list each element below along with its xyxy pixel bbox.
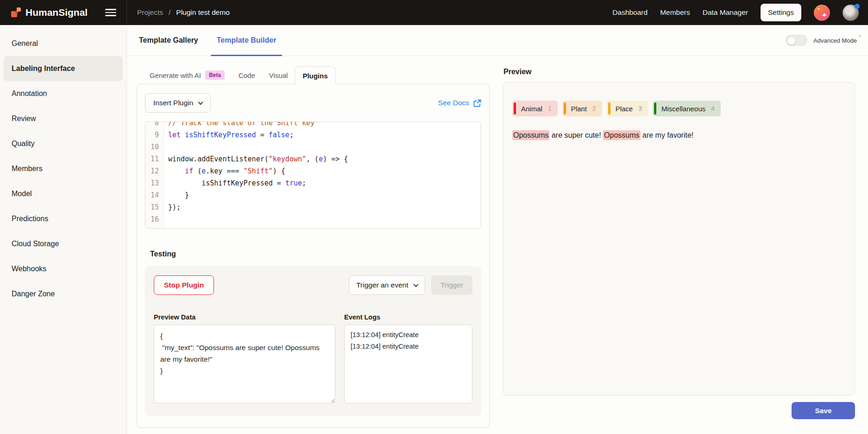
nav-link-data-manager[interactable]: Data Manager <box>703 8 748 17</box>
line-number: 15 <box>145 201 164 213</box>
code-line-text: let isShiftKeyPressed = false; <box>164 129 294 141</box>
navbar-right: Dashboard Members Data Manager Settings … <box>612 0 868 25</box>
preview-data-textarea[interactable]: { "my_text": "Opossums are super cute! O… <box>154 325 335 403</box>
advanced-mode-beta-dot <box>859 35 861 37</box>
sidebar-item-annotation[interactable]: Annotation <box>4 81 123 106</box>
humansignal-logo-icon <box>11 7 21 18</box>
code-line: 14 } <box>145 189 481 201</box>
plugins-panel: Insert Plugin See Docs <box>137 84 490 428</box>
stop-plugin-button[interactable]: Stop Plugin <box>154 275 214 295</box>
sidebar-item-quality[interactable]: Quality <box>4 131 123 156</box>
code-line: 15}); <box>145 201 481 213</box>
preview-data-label: Preview Data <box>154 313 335 321</box>
chevron-down-icon <box>198 100 203 105</box>
code-line-text: } <box>164 189 189 201</box>
event-log-entry: [13:12:04] entityCreate <box>351 341 466 352</box>
advanced-mode-toggle[interactable] <box>786 35 807 46</box>
code-line-text: window.addEventListener("keydown", (e) =… <box>164 153 348 165</box>
sidebar-item-labeling-interface[interactable]: Labeling Interface <box>4 56 123 81</box>
sidebar-item-webhooks[interactable]: Webhooks <box>4 256 123 281</box>
line-number: 11 <box>145 153 164 165</box>
event-logs-box[interactable]: [13:12:04] entityCreate[13:12:04] entity… <box>344 325 472 403</box>
breadcrumb: Projects / Plugin test demo <box>127 0 230 25</box>
trigger-event-dropdown[interactable]: Trigger an event <box>349 275 425 295</box>
subtab-code[interactable]: Code <box>232 66 262 84</box>
tab-template-builder[interactable]: Template Builder <box>217 25 277 56</box>
label-chip-hotkey: 4 <box>711 105 715 112</box>
code-line-text: if (e.key === "Shift") { <box>164 165 285 177</box>
subtab-visual[interactable]: Visual <box>262 66 295 84</box>
save-button[interactable]: Save <box>792 402 855 419</box>
code-line-text: isShiftKeyPressed = true; <box>164 177 306 189</box>
plugin-editor-column: Generate with AI Beta Code Visual Plugin… <box>137 66 490 434</box>
sidebar-item-model[interactable]: Model <box>4 181 123 206</box>
sidebar-item-general[interactable]: General <box>4 31 123 56</box>
testing-io-grid: Preview Data { "my_text": "Opossums are … <box>154 313 472 405</box>
advanced-mode-wrap: Advanced Mode <box>786 25 857 56</box>
nav-link-dashboard[interactable]: Dashboard <box>612 8 648 17</box>
label-chip-text: Animal <box>521 105 542 113</box>
plugins-toolbar: Insert Plugin See Docs <box>145 93 481 113</box>
label-chip-hotkey: 2 <box>592 105 596 112</box>
main-content: Template Gallery Template Builder Advanc… <box>127 25 868 434</box>
label-color-bar <box>514 102 516 115</box>
label-chip-animal[interactable]: Animal1 <box>512 101 558 116</box>
annotated-text[interactable]: Opossums are super cute! Opossums are my… <box>512 129 845 141</box>
settings-button[interactable]: Settings <box>761 4 801 21</box>
sidebar-item-cloud-storage[interactable]: Cloud Storage <box>4 231 123 256</box>
code-editor-lines: 8// Track the state of the Shift key9let… <box>145 121 481 229</box>
preview-column: Preview Animal1Plant2Place3Miscellaneous… <box>503 66 855 434</box>
code-line: 11window.addEventListener("keydown", (e)… <box>145 153 481 165</box>
line-number: 12 <box>145 165 164 177</box>
code-line-text <box>164 213 172 225</box>
subtab-generate-with-ai[interactable]: Generate with AI Beta <box>143 66 232 84</box>
preview-data-block: Preview Data { "my_text": "Opossums are … <box>154 313 335 405</box>
hamburger-menu-icon[interactable] <box>105 9 116 16</box>
label-chip-hotkey: 1 <box>548 105 552 112</box>
sidebar-item-review[interactable]: Review <box>4 106 123 131</box>
label-chips-row: Animal1Plant2Place3Miscellaneous4 <box>512 101 845 116</box>
label-chip-miscellaneous[interactable]: Miscellaneous4 <box>653 101 721 116</box>
label-chip-text: Miscellaneous <box>661 105 705 113</box>
trigger-button[interactable]: Trigger <box>431 275 472 295</box>
breadcrumb-projects[interactable]: Projects <box>137 8 163 17</box>
code-editor[interactable]: 8// Track the state of the Shift key9let… <box>145 121 481 229</box>
brand-name: HumanSignal <box>25 7 88 18</box>
nav-link-members[interactable]: Members <box>660 8 690 17</box>
testing-heading: Testing <box>150 250 481 258</box>
ai-sparkle-button[interactable]: ✦ ✦ <box>814 5 830 21</box>
builder-content: Generate with AI Beta Code Visual Plugin… <box>127 56 868 434</box>
code-line: 9let isShiftKeyPressed = false; <box>145 129 481 141</box>
label-color-bar <box>654 102 656 115</box>
plain-text: are my favorite! <box>641 131 694 139</box>
sparkle-small-icon: ✦ <box>817 7 820 11</box>
sidebar-item-danger-zone[interactable]: Danger Zone <box>4 281 123 306</box>
label-chip-plant[interactable]: Plant2 <box>562 101 602 116</box>
plain-text: are super cute! <box>549 131 603 139</box>
code-line-text: window.addEventListener("keyup", (e) => … <box>164 225 340 229</box>
preview-heading: Preview <box>503 68 855 76</box>
see-docs-link[interactable]: See Docs <box>438 99 481 107</box>
line-number: 16 <box>145 213 164 225</box>
testing-panel: Stop Plugin Trigger an event Trigger Pre… <box>145 266 481 416</box>
highlighted-region[interactable]: Opossums <box>603 130 640 140</box>
sidebar-nav: GeneralLabeling InterfaceAnnotationRevie… <box>0 31 126 306</box>
breadcrumb-separator: / <box>169 8 170 17</box>
highlighted-region[interactable]: Opossums <box>512 130 549 140</box>
settings-sidebar: GeneralLabeling InterfaceAnnotationRevie… <box>0 25 127 434</box>
label-color-bar <box>564 102 566 115</box>
sidebar-item-predictions[interactable]: Predictions <box>4 206 123 231</box>
line-number: 9 <box>145 129 164 141</box>
label-chip-place[interactable]: Place3 <box>607 101 648 116</box>
line-number: 14 <box>145 189 164 201</box>
insert-plugin-dropdown[interactable]: Insert Plugin <box>145 93 211 113</box>
code-line: 10 <box>145 141 481 153</box>
chevron-down-icon <box>414 282 419 287</box>
labeling-preview-panel: Animal1Plant2Place3Miscellaneous4 Opossu… <box>503 82 855 396</box>
subtab-plugins[interactable]: Plugins <box>295 66 335 84</box>
humansignal-logo[interactable]: HumanSignal <box>11 7 88 18</box>
testing-buttons-row: Stop Plugin Trigger an event Trigger <box>154 275 472 295</box>
user-avatar[interactable] <box>843 5 859 21</box>
tab-template-gallery[interactable]: Template Gallery <box>139 25 198 56</box>
sidebar-item-members[interactable]: Members <box>4 156 123 181</box>
